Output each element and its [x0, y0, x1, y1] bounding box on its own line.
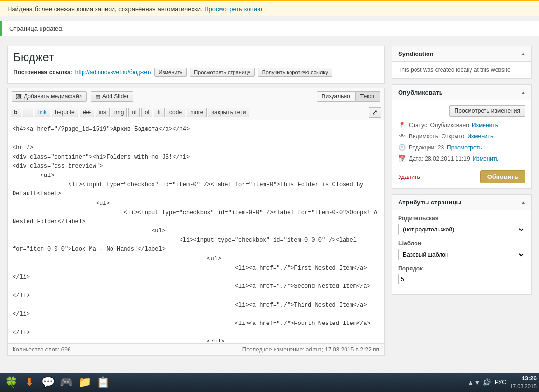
- syndication-collapse-icon: ▲: [521, 51, 525, 56]
- date-change-link[interactable]: Изменить: [473, 155, 499, 162]
- syndication-content: This post was created locally at this we…: [392, 62, 531, 78]
- taskbar-icon-clover[interactable]: 🍀: [2, 374, 20, 380]
- img-button[interactable]: img: [111, 108, 127, 117]
- revisions-row: 🕐 Редакции: 23 Просмотреть: [398, 144, 525, 151]
- parent-select[interactable]: (нет родительской): [398, 224, 525, 235]
- ul-button[interactable]: ul: [128, 108, 139, 117]
- revisions-icon: 🕐: [398, 144, 406, 151]
- template-label: Шаблон: [398, 240, 525, 247]
- content-area: Бюджет Постоянная ссылка: http://admnovs…: [7, 46, 385, 356]
- italic-button[interactable]: i: [23, 108, 33, 117]
- taskbar-icon-steam[interactable]: 🎮: [57, 374, 75, 380]
- blockquote-button[interactable]: b-quote: [52, 108, 78, 117]
- taskbar-time: 13:26 17.03.2015: [510, 375, 537, 380]
- editor-footer: Количество слов: 696 Последнее изменение…: [8, 343, 384, 355]
- visibility-icon: 👁: [398, 133, 406, 140]
- post-title-box: Бюджет Постоянная ссылка: http://admnovs…: [7, 46, 385, 84]
- success-text: Страница updated.: [9, 25, 64, 32]
- syndication-text: This post was created locally at this we…: [398, 67, 525, 73]
- template-field: Шаблон Базовый шаблон: [398, 240, 525, 260]
- taskbar-icon-filezilla[interactable]: 📁: [76, 374, 93, 380]
- add-media-button[interactable]: 🖼 Добавить медиафайл: [12, 91, 87, 102]
- parent-label: Родительская: [398, 215, 525, 222]
- text-view-button[interactable]: Текст: [356, 91, 380, 102]
- visibility-row: 👁 Видимость: Открыто Изменить: [398, 133, 525, 140]
- page-attributes-collapse-icon: ▲: [521, 200, 525, 205]
- page-attributes-content: Родительская (нет родительской) Шаблон Б…: [392, 210, 531, 294]
- publish-actions: Просмотреть изменения: [398, 105, 525, 117]
- parent-field: Родительская (нет родительской): [398, 215, 525, 235]
- taskbar-icon-torrent[interactable]: ⬇: [21, 374, 38, 380]
- publish-box: Опубликовать ▲ Просмотреть изменения 📍 С…: [392, 84, 532, 189]
- close-tags-button[interactable]: закрыть теги: [208, 108, 249, 117]
- add-slider-button[interactable]: ▦ Add Slider: [91, 91, 133, 102]
- add-slider-label: Add Slider: [102, 93, 129, 100]
- taskbar-icon-extra[interactable]: 📋: [94, 374, 111, 380]
- page-attributes-box: Атрибуты страницы ▲ Родительская (нет ро…: [392, 194, 532, 295]
- slider-icon: ▦: [95, 93, 100, 100]
- link-button[interactable]: link: [35, 108, 50, 117]
- permalink-row: Постоянная ссылка: http://admnovsvet.ru/…: [14, 68, 378, 77]
- syndication-box: Syndication ▲ This post was created loca…: [392, 46, 532, 79]
- order-input[interactable]: 5: [398, 274, 525, 284]
- template-select[interactable]: Базовый шаблон: [398, 249, 525, 260]
- date-row: 📅 Дата: 28.02.2011 11:19 Изменить: [398, 155, 525, 162]
- bold-button[interactable]: b: [11, 108, 21, 117]
- revisions-view-link[interactable]: Просмотреть: [447, 144, 482, 151]
- preview-changes-button[interactable]: Просмотреть изменения: [449, 105, 525, 117]
- autosave-notice: Найдена более свежая копия записи, сохра…: [0, 0, 539, 16]
- publish-content: Просмотреть изменения 📍 Статус: Опублико…: [392, 100, 531, 188]
- status-label: Статус: Опубликовано: [409, 122, 469, 129]
- publish-collapse-icon: ▲: [521, 90, 525, 95]
- order-field: Порядок 5: [398, 265, 525, 284]
- add-media-label: Добавить медиафайл: [24, 93, 83, 100]
- success-notice: Страница updated.: [0, 21, 539, 36]
- page-attributes-title: Атрибуты страницы: [398, 199, 462, 206]
- li-button[interactable]: li: [154, 108, 165, 117]
- publish-title: Опубликовать: [398, 89, 443, 96]
- change-permalink-button[interactable]: Изменить: [154, 68, 187, 77]
- syndication-header[interactable]: Syndication ▲: [392, 46, 531, 62]
- ol-button[interactable]: ol: [141, 108, 152, 117]
- short-link-button[interactable]: Получить короткую ссылку: [258, 68, 332, 77]
- date-icon: 📅: [398, 155, 406, 162]
- update-button[interactable]: Обновить: [480, 170, 525, 183]
- del-button[interactable]: del: [80, 108, 94, 117]
- publish-footer: Удалить Обновить: [398, 166, 525, 183]
- date-label: Дата: 28.02.2011 11:19: [409, 155, 470, 162]
- taskbar-icons: 🍀 ⬇ 💬 🎮 📁 📋: [2, 374, 111, 380]
- view-page-button[interactable]: Просмотреть страницу: [190, 68, 255, 77]
- last-modified: Последнее изменение: admin; 17.03.2015 в…: [242, 346, 379, 353]
- clock: 13:26: [510, 375, 537, 380]
- code-editor[interactable]: <h4><a href="/?page_id=1519">Архив Бюдже…: [8, 120, 384, 342]
- publish-header[interactable]: Опубликовать ▲: [392, 85, 531, 100]
- editor-top-toolbar: 🖼 Добавить медиафайл ▦ Add Slider Визуал…: [8, 88, 384, 105]
- delete-button[interactable]: Удалить: [398, 174, 420, 180]
- post-title: Бюджет: [14, 51, 378, 64]
- order-label: Порядок: [398, 265, 525, 272]
- taskbar-lang: РУС: [495, 379, 506, 380]
- volume-icon: 🔊: [483, 378, 491, 380]
- sidebar: Syndication ▲ This post was created loca…: [392, 46, 532, 356]
- more-button[interactable]: more: [187, 108, 207, 117]
- autosave-link[interactable]: Просмотреть копию: [204, 5, 262, 13]
- visibility-label: Видимость: Открыто: [409, 133, 464, 140]
- fullscreen-button[interactable]: ⤢: [369, 107, 381, 118]
- visibility-change-link[interactable]: Изменить: [467, 133, 493, 140]
- editor-box: 🖼 Добавить медиафайл ▦ Add Slider Визуал…: [7, 88, 385, 356]
- taskbar-icon-skype[interactable]: 💬: [39, 374, 56, 380]
- formatting-bar: b i link b-quote del ins img ul ol li co…: [8, 105, 384, 120]
- status-change-link[interactable]: Изменить: [472, 122, 498, 129]
- permalink-url[interactable]: http://admnovsvet.ru/бюджет/: [75, 69, 152, 76]
- view-toggle: Визуально Текст: [317, 91, 380, 102]
- ins-button[interactable]: ins: [96, 108, 110, 117]
- permalink-label: Постоянная ссылка:: [14, 69, 72, 76]
- word-count: Количество слов: 696: [13, 346, 71, 353]
- status-icon: 📍: [398, 122, 406, 129]
- autosave-text: Найдена более свежая копия записи, сохра…: [7, 5, 203, 13]
- revisions-label: Редакции: 23: [409, 144, 444, 151]
- add-media-icon: 🖼: [16, 93, 22, 100]
- code-button[interactable]: code: [166, 108, 185, 117]
- page-attributes-header[interactable]: Атрибуты страницы ▲: [392, 195, 531, 210]
- visual-view-button[interactable]: Визуально: [317, 91, 356, 102]
